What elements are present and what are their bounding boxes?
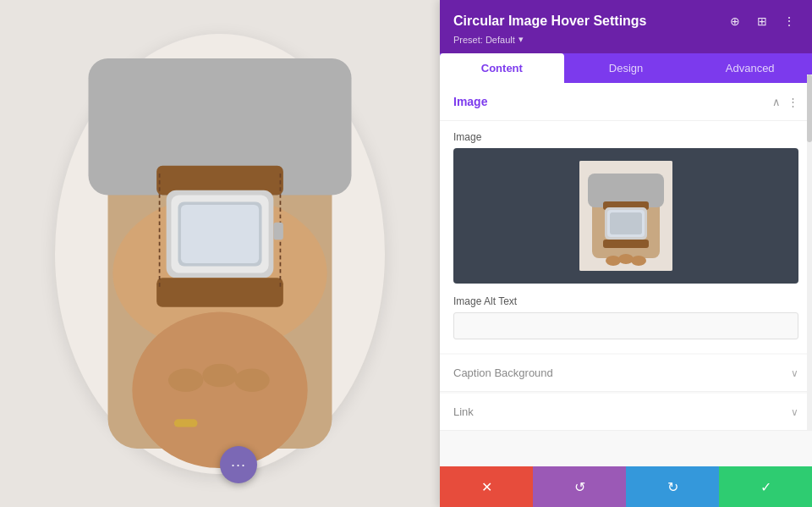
image-thumbnail bbox=[579, 161, 672, 271]
section-caption-header[interactable]: Caption Background ∨ bbox=[440, 355, 812, 392]
reset-button[interactable]: ↺ bbox=[533, 466, 626, 507]
panel-title: Circular Image Hover Settings bbox=[453, 14, 647, 29]
alt-text-label: Image Alt Text bbox=[453, 295, 798, 307]
svg-rect-16 bbox=[174, 419, 198, 427]
settings-panel: Circular Image Hover Settings ⊕ ⊞ ⋮ Pres… bbox=[440, 0, 812, 507]
preset-selector[interactable]: Preset: Default ▾ bbox=[453, 34, 798, 45]
svg-rect-24 bbox=[603, 240, 649, 248]
caption-chevron-icon: ∨ bbox=[791, 367, 798, 379]
tab-design[interactable]: Design bbox=[564, 53, 689, 83]
fab-button[interactable]: ··· bbox=[220, 446, 257, 483]
section-caption-title: Caption Background bbox=[453, 366, 553, 379]
fab-icon: ··· bbox=[231, 456, 246, 474]
image-field-label: Image bbox=[453, 131, 798, 143]
link-chevron-icon: ∨ bbox=[791, 406, 798, 418]
svg-point-27 bbox=[631, 256, 646, 266]
oval-image-container bbox=[55, 34, 385, 474]
tab-content[interactable]: Content bbox=[440, 53, 564, 83]
svg-rect-23 bbox=[610, 212, 642, 234]
preset-label: Preset: Default bbox=[453, 35, 515, 45]
svg-point-25 bbox=[606, 256, 621, 266]
tab-advanced[interactable]: Advanced bbox=[688, 53, 812, 83]
collapse-icon[interactable]: ∧ bbox=[772, 96, 781, 108]
alt-text-input[interactable] bbox=[453, 312, 798, 339]
svg-point-26 bbox=[618, 254, 634, 264]
preset-arrow: ▾ bbox=[518, 34, 524, 45]
section-link-title: Link bbox=[453, 405, 474, 418]
section-link-header[interactable]: Link ∨ bbox=[440, 394, 812, 431]
panel-title-row: Circular Image Hover Settings ⊕ ⊞ ⋮ bbox=[453, 12, 798, 30]
svg-point-13 bbox=[168, 368, 203, 392]
more-icon[interactable]: ⋮ bbox=[780, 12, 798, 30]
svg-point-14 bbox=[202, 364, 237, 388]
thumbnail-svg bbox=[579, 161, 672, 271]
section-image: Image ∧ ⋮ Image bbox=[440, 83, 812, 353]
image-upload-area[interactable] bbox=[453, 148, 798, 284]
save-icon: ✓ bbox=[760, 479, 771, 495]
target-icon[interactable]: ⊕ bbox=[726, 12, 744, 30]
svg-rect-8 bbox=[181, 205, 259, 263]
panel-header: Circular Image Hover Settings ⊕ ⊞ ⋮ Pres… bbox=[440, 0, 812, 53]
cancel-button[interactable]: ✕ bbox=[440, 466, 533, 507]
bottom-toolbar: ✕ ↺ ↻ ✓ bbox=[440, 466, 812, 507]
section-image-title: Image bbox=[453, 95, 487, 108]
svg-rect-9 bbox=[156, 278, 283, 307]
reset-icon: ↺ bbox=[574, 479, 585, 495]
scrollbar-thumb[interactable] bbox=[807, 74, 812, 142]
save-button[interactable]: ✓ bbox=[719, 466, 812, 507]
cancel-icon: ✕ bbox=[481, 479, 492, 495]
svg-point-15 bbox=[234, 368, 269, 392]
section-image-header[interactable]: Image ∧ ⋮ bbox=[440, 83, 812, 121]
preview-area: ··· bbox=[0, 0, 440, 507]
section-caption: Caption Background ∨ bbox=[440, 355, 812, 392]
section-image-icons: ∧ ⋮ bbox=[772, 96, 798, 108]
redo-button[interactable]: ↻ bbox=[626, 466, 719, 507]
tabs-row: Content Design Advanced bbox=[440, 53, 812, 83]
grid-icon[interactable]: ⊞ bbox=[753, 12, 771, 30]
panel-header-icons: ⊕ ⊞ ⋮ bbox=[726, 12, 798, 30]
svg-point-3 bbox=[132, 312, 307, 468]
scrollbar-track bbox=[807, 74, 812, 430]
section-link: Link ∨ bbox=[440, 394, 812, 431]
watch-illustration bbox=[55, 34, 385, 474]
section-more-icon[interactable]: ⋮ bbox=[787, 96, 798, 108]
section-image-content: Image bbox=[440, 121, 812, 353]
panel-body: Image ∧ ⋮ Image bbox=[440, 83, 812, 466]
svg-rect-12 bbox=[273, 223, 283, 240]
redo-icon: ↻ bbox=[667, 479, 678, 495]
